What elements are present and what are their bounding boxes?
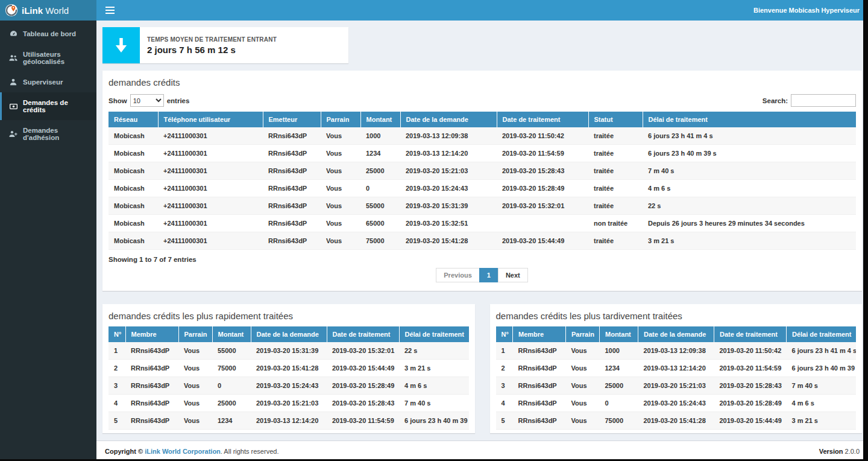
column-header[interactable]: Parrain (321, 112, 360, 127)
table-cell: RRnsi643dP (263, 232, 321, 250)
table-cell: 2019-03-20 15:32:51 (400, 215, 497, 232)
table-cell: 0 (600, 395, 638, 412)
table-cell: Vous (178, 377, 212, 395)
column-header[interactable]: Membre (513, 326, 566, 342)
table-cell: 2019-03-20 15:41:28 (400, 232, 497, 250)
brand-logo[interactable]: iLink World (0, 0, 96, 21)
dashboard-icon (8, 30, 18, 37)
table-cell: Vous (566, 360, 600, 377)
column-header[interactable]: Montant (212, 326, 251, 342)
table-cell: Vous (178, 412, 212, 430)
table-cell: RRnsi643dP (513, 395, 566, 412)
column-header[interactable]: N° (108, 326, 125, 342)
table-cell: 2019-03-20 15:24:43 (251, 377, 327, 395)
sidebar-item-demandes-adhesion[interactable]: Demandes d'adhésion (0, 120, 96, 148)
table-search-control: Search: (763, 94, 856, 107)
table-cell: +24111000301 (158, 180, 263, 197)
credits-table-wrap: RéseauTéléphone utilisateurEmetteurParra… (102, 112, 862, 250)
fastest-credits-panel: demandes crédits les plus rapidement tra… (102, 304, 475, 433)
table-cell: 2019-03-20 15:21:03 (251, 395, 327, 412)
column-header[interactable]: Statut (588, 112, 643, 127)
sidebar-item-tableau-de-bord[interactable]: Tableau de bord (0, 23, 96, 44)
column-header[interactable]: Délai de traitement (787, 326, 857, 342)
table-cell: 5 (108, 412, 125, 430)
column-header[interactable]: N° (496, 326, 513, 342)
table-cell: +24111000301 (158, 162, 263, 180)
page-1-button[interactable]: 1 (479, 268, 498, 282)
fastest-credits-table: N°MembreParrainMontantDate de la demande… (108, 326, 469, 430)
table-cell (497, 215, 588, 232)
company-link[interactable]: iLink World Corporation (145, 448, 221, 455)
table-cell: 55000 (360, 197, 400, 215)
credits-table: RéseauTéléphone utilisateurEmetteurParra… (108, 112, 856, 250)
table-row: Mobicash+24111000301RRnsi643dPVous123420… (108, 145, 856, 162)
table-cell: 4 m 6 s (787, 395, 857, 412)
next-page-button[interactable]: Next (498, 268, 528, 282)
sidebar-item-label: Demandes d'adhésion (23, 127, 92, 141)
column-header[interactable]: Date de traitement (497, 112, 588, 127)
column-header[interactable]: Montant (360, 112, 400, 127)
table-cell: Vous (321, 197, 360, 215)
column-header[interactable]: Membre (125, 326, 178, 342)
table-cell: 4 m 6 s (643, 180, 856, 197)
table-cell: 2019-03-13 12:14:20 (638, 360, 714, 377)
table-cell: 6 jours 23 h 41 m 4 s (643, 127, 856, 145)
page-length-select[interactable]: 10 (130, 94, 164, 107)
table-cell: Vous (566, 342, 600, 360)
search-input[interactable] (791, 94, 856, 107)
page-length-control: Show10entries (108, 94, 189, 107)
sidebar-toggle-button[interactable] (96, 0, 123, 21)
table-cell: 2019-03-20 15:28:43 (714, 377, 787, 395)
column-header[interactable]: Date de la demande (638, 326, 714, 342)
table-cell: 0 (212, 377, 251, 395)
table-cell: RRnsi643dP (263, 162, 321, 180)
table-cell: 2019-03-20 11:50:42 (714, 342, 787, 360)
sidebar-item-superviseur[interactable]: Superviseur (0, 72, 96, 92)
table-cell: 5 (496, 412, 513, 430)
column-header[interactable]: Date de la demande (251, 326, 327, 342)
table-row: Mobicash+24111000301RRnsi643dPVous02019-… (108, 180, 856, 197)
sidebar-item-demandes-de-credits[interactable]: Demandes de crédits (0, 92, 96, 120)
table-controls: Show10entries Search: (102, 93, 862, 112)
bottom-panels-row: demandes crédits les plus rapidement tra… (102, 304, 862, 433)
table-cell: 6 jours 23 h 40 m 39 s (643, 145, 856, 162)
window-edge-right (863, 0, 868, 461)
table-cell: Depuis 26 jours 3 heures 29 minutes 34 s… (643, 215, 856, 232)
panel-title: demandes crédits (102, 71, 862, 93)
column-header[interactable]: Délai de traitement (399, 326, 469, 342)
table-cell: 22 s (399, 342, 469, 360)
table-cell: 25000 (360, 162, 400, 180)
column-header[interactable]: Montant (600, 326, 638, 342)
column-header[interactable]: Téléphone utilisateur (158, 112, 263, 127)
table-row: 2RRnsi643dPVous12342019-03-13 12:14:2020… (496, 360, 857, 377)
credits-panel: demandes crédits Show10entries Search: R… (102, 71, 862, 291)
column-header[interactable]: Parrain (566, 326, 600, 342)
column-header[interactable]: Emetteur (263, 112, 321, 127)
previous-page-button[interactable]: Previous (436, 268, 479, 282)
table-cell: 0 (360, 180, 400, 197)
column-header[interactable]: Date de traitement (327, 326, 399, 342)
column-header[interactable]: Réseau (108, 112, 158, 127)
table-cell: 55000 (212, 342, 251, 360)
column-header[interactable]: Délai de traitement (643, 112, 856, 127)
table-cell: 1000 (360, 127, 400, 145)
sidebar-item-utilisateurs-geolocalises[interactable]: Utilisateurs géolocalisés (0, 44, 96, 72)
entries-label: entries (167, 97, 190, 104)
table-cell: +24111000301 (158, 197, 263, 215)
table-cell: 2019-03-20 15:31:39 (400, 197, 497, 215)
table-row: 4RRnsi643dPVous02019-03-20 15:24:432019-… (496, 395, 857, 412)
panel-title: demandes crédits les plus tardivement tr… (490, 304, 863, 326)
table-cell: 2019-03-20 15:28:49 (497, 180, 588, 197)
column-header[interactable]: Date de traitement (714, 326, 787, 342)
column-header[interactable]: Parrain (178, 326, 212, 342)
table-cell: Vous (178, 395, 212, 412)
table-cell: Vous (566, 377, 600, 395)
table-cell: traitée (588, 127, 643, 145)
table-cell: 75000 (600, 412, 638, 430)
table-cell: 2019-03-20 15:32:01 (327, 342, 399, 360)
table-row: 1RRnsi643dPVous10002019-03-13 12:09:3820… (496, 342, 857, 360)
column-header[interactable]: Date de la demande (400, 112, 497, 127)
table-cell: 3 m 21 s (399, 360, 469, 377)
table-cell: Vous (321, 215, 360, 232)
slowest-table-wrap: N°MembreParrainMontantDate de la demande… (490, 326, 863, 430)
